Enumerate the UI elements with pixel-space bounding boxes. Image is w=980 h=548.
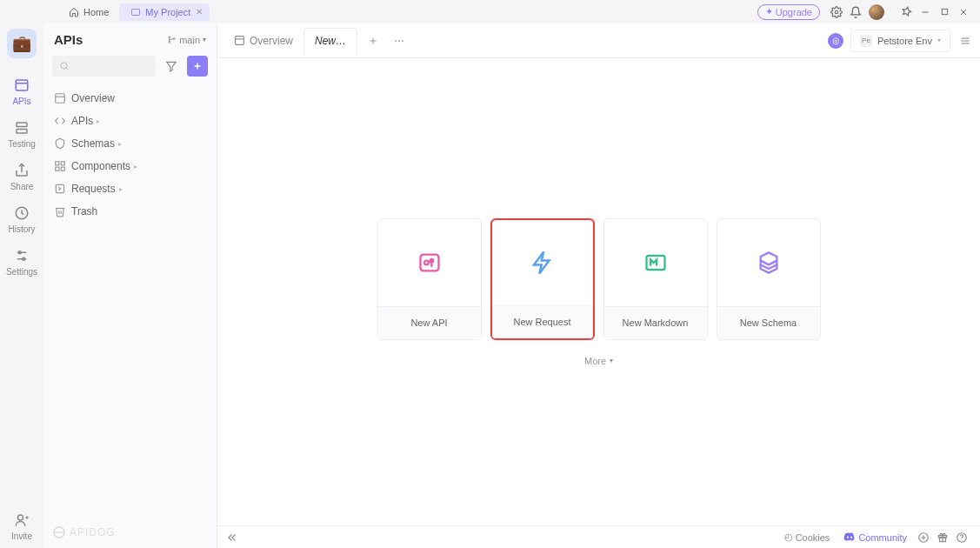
sidebar-item-label: Schemas xyxy=(71,137,115,150)
sidebar-item-apis[interactable]: APIs ▸ xyxy=(49,110,211,132)
tab-new[interactable]: New… xyxy=(303,28,357,54)
sparkle-icon: ✦ xyxy=(765,6,773,17)
add-button[interactable] xyxy=(187,56,208,77)
sidebar-item-trash[interactable]: Trash xyxy=(49,200,211,223)
cookie-icon: ◴ xyxy=(784,531,793,543)
avatar[interactable] xyxy=(869,4,884,20)
minimize-icon[interactable] xyxy=(918,5,932,19)
sidebar-item-components[interactable]: Components ▸ xyxy=(49,155,211,177)
branch-label: main xyxy=(179,35,200,45)
nav-apis-label: APIs xyxy=(12,97,30,106)
search-input[interactable] xyxy=(52,56,156,77)
card-new-markdown[interactable]: New Markdown xyxy=(603,218,708,340)
home-tab[interactable]: Home xyxy=(57,3,116,21)
svg-rect-35 xyxy=(235,37,243,45)
branch-selector[interactable]: main ▾ xyxy=(167,35,206,45)
card-label: New Request xyxy=(492,305,593,338)
help-icon[interactable] xyxy=(955,531,969,544)
nav-history-label: History xyxy=(8,224,35,234)
nav-invite[interactable]: Invite xyxy=(0,505,43,548)
schema-icon xyxy=(54,137,66,150)
svg-point-43 xyxy=(424,260,429,264)
home-icon xyxy=(67,5,81,19)
card-new-api[interactable]: New API xyxy=(377,218,482,340)
svg-rect-32 xyxy=(61,167,64,170)
sidebar-item-label: Overview xyxy=(71,92,115,104)
card-new-request[interactable]: New Request xyxy=(490,218,595,340)
sidebar-item-label: Requests xyxy=(71,183,116,195)
svg-point-22 xyxy=(61,63,67,69)
svg-rect-30 xyxy=(61,162,64,165)
plus-circle-icon[interactable] xyxy=(917,531,930,544)
cookies-link[interactable]: ◴ Cookies xyxy=(784,531,830,543)
more-label: More xyxy=(584,356,606,366)
user-badge[interactable]: ◎ xyxy=(828,33,843,49)
environment-selector[interactable]: Pe Petstore Env ▾ xyxy=(850,30,950,52)
nav-history[interactable]: History xyxy=(0,198,43,241)
nav-share-label: Share xyxy=(10,182,34,191)
svg-rect-3 xyxy=(942,9,947,14)
chevron-down-icon: ▾ xyxy=(203,36,206,43)
svg-rect-8 xyxy=(17,123,27,127)
chevron-right-icon: ▸ xyxy=(119,185,123,193)
chevron-right-icon: ▸ xyxy=(97,117,100,125)
more-tab-button[interactable]: ⋯ xyxy=(389,30,410,51)
nav-settings[interactable]: Settings xyxy=(0,241,43,284)
status-bar: ◴ Cookies Community xyxy=(217,525,980,548)
close-window-icon[interactable] xyxy=(957,5,970,19)
cookies-label: Cookies xyxy=(796,532,830,543)
apis-icon xyxy=(14,77,30,93)
svg-point-54 xyxy=(943,533,945,535)
gear-icon[interactable] xyxy=(830,5,843,19)
requests-icon xyxy=(54,183,66,195)
maximize-icon[interactable] xyxy=(937,5,951,19)
svg-point-53 xyxy=(940,533,942,535)
collapse-icon[interactable] xyxy=(226,531,247,544)
close-icon[interactable]: ✕ xyxy=(196,7,203,17)
workspace-icon[interactable]: 💼 xyxy=(7,29,37,58)
content: Overview New… ⋯ ◎ Pe Petstore Env ▾ xyxy=(217,23,980,548)
sidebar-item-label: Components xyxy=(71,160,130,172)
env-tag: Pe xyxy=(860,35,872,47)
sidebar-item-schemas[interactable]: Schemas ▸ xyxy=(49,132,211,155)
sidebar: APIs main ▾ xyxy=(43,23,217,548)
sidebar-item-requests[interactable]: Requests ▸ xyxy=(49,177,211,200)
svg-point-16 xyxy=(18,515,23,520)
testing-icon xyxy=(14,120,30,136)
nav-invite-label: Invite xyxy=(11,531,32,541)
chevron-right-icon: ▸ xyxy=(134,163,137,170)
more-button[interactable]: More ▾ xyxy=(584,356,613,366)
nav-share[interactable]: Share xyxy=(0,156,43,198)
add-tab-button[interactable] xyxy=(363,30,383,51)
sidebar-title: APIs xyxy=(54,32,167,47)
sidebar-item-overview[interactable]: Overview xyxy=(49,87,211,110)
svg-line-23 xyxy=(66,68,69,70)
chevron-down-icon: ▾ xyxy=(937,37,941,44)
trash-icon xyxy=(54,205,66,217)
tab-label: Overview xyxy=(250,35,293,47)
chevron-right-icon: ▸ xyxy=(118,140,122,148)
pin-icon[interactable] xyxy=(899,5,913,19)
community-label: Community xyxy=(858,532,907,543)
community-link[interactable]: Community xyxy=(843,531,907,544)
svg-rect-6 xyxy=(16,80,28,90)
card-label: New Markdown xyxy=(604,306,707,339)
gift-icon[interactable] xyxy=(936,531,950,544)
tab-label: New… xyxy=(315,35,346,47)
nav-apis[interactable]: APIs xyxy=(0,70,43,113)
panel-menu-icon[interactable] xyxy=(956,35,975,47)
tab-overview[interactable]: Overview xyxy=(223,28,303,54)
svg-rect-9 xyxy=(17,130,27,134)
overview-icon xyxy=(54,92,66,104)
filter-button[interactable] xyxy=(161,56,182,77)
left-nav: 💼 APIs Testing Share xyxy=(0,23,43,548)
bell-icon[interactable] xyxy=(849,5,863,19)
project-tab-label: My Project xyxy=(145,7,190,17)
upgrade-button[interactable]: ✦ Upgrade xyxy=(757,4,820,20)
project-tab[interactable]: My Project ✕ xyxy=(119,3,210,21)
svg-point-20 xyxy=(169,41,170,43)
nav-testing[interactable]: Testing xyxy=(0,113,43,156)
history-icon xyxy=(14,205,30,221)
card-new-schema[interactable]: New Schema xyxy=(717,218,821,340)
branding: APIDOG xyxy=(43,517,217,548)
